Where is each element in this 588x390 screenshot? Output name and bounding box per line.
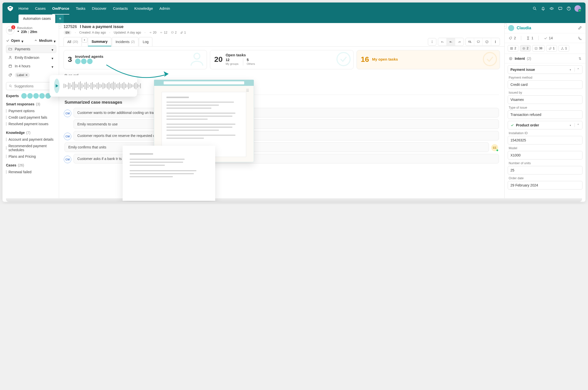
contact-name[interactable]: Claudia: [517, 26, 531, 30]
svg-point-11: [485, 40, 488, 43]
category-select[interactable]: Payments▾: [6, 45, 56, 53]
nav-cases[interactable]: Cases: [35, 3, 46, 15]
card-involved-agents[interactable]: 3 Involved agents: [64, 50, 207, 69]
intent-select[interactable]: Payment issue▾⌃: [508, 65, 582, 74]
issued-by-field[interactable]: Visamex: [508, 95, 582, 104]
svg-point-22: [523, 47, 525, 50]
nav-items: Home Cases OwlForce Tasks Discover Conta…: [19, 3, 170, 15]
chevron-up-icon[interactable]: ⌃: [574, 123, 580, 127]
stat-tag[interactable]: 2: [509, 36, 516, 40]
rtab-attach[interactable]: 1: [546, 45, 557, 52]
chat-icon[interactable]: [556, 4, 564, 13]
smart-response-item[interactable]: Credit card payment fails: [6, 114, 56, 121]
edit-icon[interactable]: [578, 26, 582, 31]
phone-icon[interactable]: [578, 36, 581, 40]
nav-contacts[interactable]: Contacts: [113, 3, 128, 15]
rtab-tree[interactable]: 1: [558, 45, 569, 52]
nav-tasks[interactable]: Tasks: [76, 3, 85, 15]
approve-button[interactable]: [483, 38, 491, 46]
waveform[interactable]: [64, 80, 141, 91]
rtab-target[interactable]: 2: [520, 45, 531, 52]
cases-heading: Cases: [6, 163, 16, 167]
due-select[interactable]: In 4 hours▾: [6, 62, 56, 70]
nav-knowledge[interactable]: Knowledge: [134, 3, 153, 15]
order-date-field[interactable]: 29 February 2024: [508, 181, 582, 189]
message-bubble[interactable]: Emily recommends to use: [74, 119, 499, 129]
model-field[interactable]: X1000: [508, 151, 582, 159]
nav-admin[interactable]: Admin: [159, 3, 170, 15]
svg-point-26: [561, 49, 562, 50]
field-label: Order date: [509, 176, 581, 180]
knowledge-item[interactable]: Account and payment details: [6, 136, 56, 143]
user-avatar[interactable]: [574, 5, 581, 12]
top-nav: Home Cases OwlForce Tasks Discover Conta…: [3, 3, 585, 15]
label-remove-icon[interactable]: ✕: [25, 73, 28, 77]
svg-rect-24: [535, 47, 537, 50]
svg-point-13: [495, 42, 496, 42]
smart-response-item[interactable]: Resolved payment issues: [6, 121, 56, 127]
tab-automation-cases[interactable]: Automation cases: [19, 15, 55, 23]
sort-button[interactable]: [428, 38, 436, 46]
stat-check[interactable]: 14: [544, 36, 553, 40]
smart-response-item[interactable]: Payment options: [6, 108, 56, 114]
reply-button[interactable]: [438, 38, 447, 46]
tab-log[interactable]: Log: [139, 37, 152, 46]
bell-icon[interactable]: [539, 4, 547, 13]
rtab-grid[interactable]: 2: [508, 45, 518, 52]
experts-avatars[interactable]: [21, 93, 51, 99]
smart-responses-heading: Smart responses: [6, 102, 35, 106]
svg-point-15: [194, 53, 200, 59]
nav-home[interactable]: Home: [19, 3, 29, 15]
help-icon[interactable]: [564, 4, 573, 13]
card-my-open-tasks[interactable]: 16 My open tasks: [357, 50, 500, 69]
tab-all-caret[interactable]: ▾: [82, 37, 87, 43]
product-order-select[interactable]: Product order▾⌃: [508, 121, 582, 129]
tab-all[interactable]: All(20): [64, 37, 82, 46]
tab-add-button[interactable]: +: [56, 15, 64, 23]
collapse-left-button[interactable]: ‹: [59, 24, 61, 29]
rtab-check[interactable]: 38: [532, 45, 545, 52]
nav-owlforce[interactable]: OwlForce: [52, 3, 69, 15]
contact-avatar[interactable]: [508, 25, 514, 31]
more-button[interactable]: [491, 38, 500, 46]
forward-button[interactable]: [455, 38, 464, 46]
svg-point-7: [9, 85, 11, 87]
svg-rect-19: [512, 47, 513, 48]
assignee-select[interactable]: Emily Enderson▾: [6, 54, 56, 62]
nav-discover[interactable]: Discover: [92, 3, 106, 15]
message-bubble[interactable]: Customer wants to order additional cooli…: [74, 108, 499, 117]
tab-incidents[interactable]: Incidents(2): [112, 37, 139, 46]
case-number: 127526: [64, 25, 77, 29]
reply-all-button[interactable]: [447, 38, 455, 46]
field-label: Installation ID: [509, 131, 581, 135]
installation-id-field[interactable]: 15426325: [508, 136, 582, 144]
knowledge-item[interactable]: Plans and Pricing: [6, 153, 56, 160]
chevron-up-icon[interactable]: ⌃: [574, 68, 580, 72]
tab-summary[interactable]: Summary: [88, 37, 111, 46]
label-select[interactable]: Label✕ ▾: [6, 71, 56, 80]
field-label: Issued by: [509, 91, 581, 94]
search-icon[interactable]: [530, 4, 539, 13]
new-mail-button[interactable]: [466, 38, 474, 46]
message-bubble[interactable]: Customer reports that cre reserve the re…: [74, 131, 499, 140]
hamburger-icon[interactable]: ☰: [246, 88, 249, 92]
knowledge-item[interactable]: Recommended payment schedules: [6, 143, 56, 153]
megaphone-icon[interactable]: [547, 4, 556, 13]
stat-hourglass[interactable]: 1: [526, 36, 533, 40]
units-field[interactable]: 25: [508, 166, 582, 174]
card-open-tasks[interactable]: 20 Open tasks 12My groups 5Others: [210, 50, 353, 69]
related-case-item[interactable]: Renewal failed: [6, 169, 56, 175]
tab-strip: Automation cases +: [3, 15, 585, 23]
play-button[interactable]: [54, 79, 60, 93]
priority-toggle[interactable]: Medium ▾: [34, 39, 56, 43]
mail-icon[interactable]: 1: [6, 26, 15, 35]
comment-button[interactable]: [474, 38, 483, 46]
suggestions-search[interactable]: [6, 82, 56, 90]
type-of-issue-field[interactable]: Transaction refused: [508, 110, 582, 119]
collapse-right-button[interactable]: ›: [504, 24, 507, 29]
lang-chip[interactable]: EN: [64, 31, 71, 35]
suggestions-input[interactable]: [14, 84, 54, 88]
status-toggle[interactable]: Open ▾: [6, 39, 24, 43]
expand-collapse-icon[interactable]: ⇅: [578, 57, 581, 61]
payment-method-field[interactable]: Credit card: [508, 80, 582, 89]
